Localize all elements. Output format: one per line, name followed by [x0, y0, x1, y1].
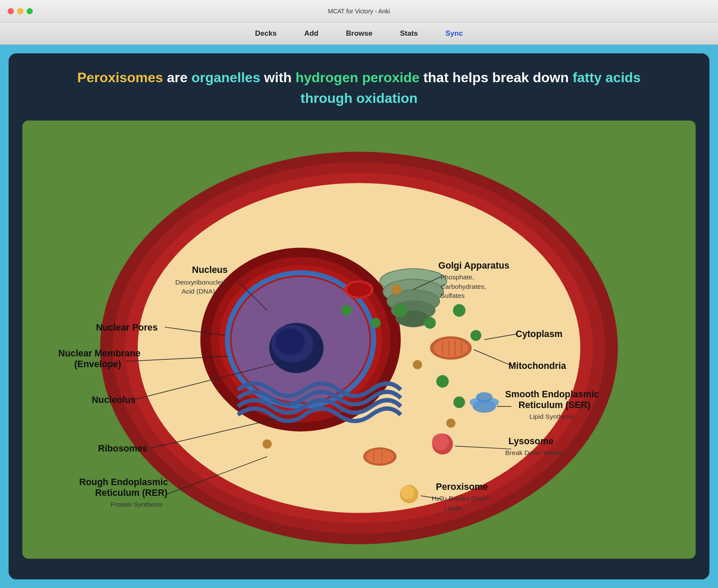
word-through-oxidation: through oxidation: [300, 90, 418, 106]
peroxisome-sub1: H₂O₂ Breaks Down: [432, 495, 489, 502]
nuclear-membrane-label: Nuclear Membrane: [59, 348, 141, 359]
smooth-er-label: Smooth Endoplasmic: [505, 389, 599, 399]
menu-add[interactable]: Add: [301, 28, 322, 40]
svg-point-11: [275, 328, 305, 355]
word-with: with: [260, 70, 296, 85]
menu-stats[interactable]: Stats: [396, 28, 421, 40]
menu-browse[interactable]: Browse: [343, 28, 376, 40]
minimize-button[interactable]: [17, 8, 23, 14]
word-organelles: organelles: [192, 70, 260, 85]
svg-point-27: [470, 330, 481, 341]
svg-point-35: [263, 439, 272, 449]
svg-point-33: [413, 360, 422, 369]
svg-point-26: [453, 304, 465, 317]
mitochondria-label: Mitochondria: [508, 361, 566, 371]
word-are: are: [163, 70, 192, 85]
svg-point-23: [347, 282, 371, 297]
golgi-label: Golgi Apparatus: [438, 260, 509, 271]
golgi-sub1: Phosphate,: [440, 273, 474, 281]
svg-point-29: [453, 396, 465, 408]
peroxisome-label: Peroxisome: [436, 482, 488, 492]
svg-point-39: [401, 486, 414, 499]
cytoplasm-label: Cytoplasm: [516, 329, 563, 339]
menu-sync[interactable]: Sync: [442, 28, 467, 40]
svg-point-34: [446, 418, 455, 427]
main-content: Peroxisomes are organelles with hydrogen…: [9, 53, 709, 579]
lysosome-sub: Break Down Waste: [505, 449, 562, 456]
svg-point-13: [433, 339, 468, 357]
svg-point-43: [476, 392, 493, 402]
smooth-er-sub: Lipid Synthesis: [529, 413, 575, 420]
golgi-sub2: Carbohydrates,: [440, 283, 486, 290]
flashcard-line2: through oxidation: [40, 88, 678, 108]
svg-point-31: [371, 318, 381, 328]
svg-point-30: [341, 305, 352, 316]
titlebar: MCAT for Victory - Anki: [0, 0, 718, 22]
word-hydrogen-peroxide: hydrogen peroxide: [295, 70, 419, 85]
flashcard-line1: Peroxisomes are organelles with hydrogen…: [40, 67, 678, 88]
nucleus-sub-label2: Acid (DNA): [182, 288, 215, 295]
rough-er-label: Rough Endoplasmic: [79, 477, 168, 487]
lysosome-label: Lysosome: [508, 436, 554, 446]
menu-decks[interactable]: Decks: [252, 28, 280, 40]
rough-er-label2: Reticulum (RER): [95, 488, 167, 498]
svg-point-32: [392, 285, 402, 294]
traffic-lights: [8, 8, 33, 14]
menubar: Decks Add Browse Stats Sync: [0, 22, 718, 45]
smooth-er-label2: Reticulum (SER): [519, 400, 591, 410]
rough-er-sub-label: Protein Synthesis: [111, 501, 163, 508]
word-that-helps: that helps break down: [420, 70, 573, 85]
flashcard-text: Peroxisomes are organelles with hydrogen…: [22, 67, 696, 108]
nucleus-sub-label: Deoxyribonucleic: [175, 279, 226, 286]
window-title: MCAT for Victory - Anki: [328, 8, 390, 15]
peroxisome-sub2: Lipids: [444, 504, 462, 511]
cell-diagram: Nucleus Deoxyribonucleic Acid (DNA) Nucl…: [22, 121, 696, 559]
word-fatty-acids: fatty acids: [573, 70, 641, 85]
cell-svg: Nucleus Deoxyribonucleic Acid (DNA) Nucl…: [33, 131, 685, 548]
nuclear-pores-label: Nuclear Pores: [96, 322, 158, 333]
word-peroxisomes: Peroxisomes: [77, 70, 163, 85]
golgi-sub3: Sulfates: [440, 292, 464, 299]
close-button[interactable]: [8, 8, 14, 14]
ribosomes-label: Ribosomes: [98, 443, 148, 454]
maximize-button[interactable]: [27, 8, 33, 14]
svg-point-19: [366, 449, 393, 464]
svg-point-25: [424, 317, 436, 329]
nucleus-label: Nucleus: [192, 265, 228, 275]
svg-point-28: [436, 375, 449, 387]
svg-point-24: [394, 304, 407, 317]
nucleolus-label: Nucleolus: [92, 395, 136, 405]
svg-point-37: [432, 433, 449, 450]
nuclear-membrane-label2: (Envelope): [74, 359, 121, 369]
